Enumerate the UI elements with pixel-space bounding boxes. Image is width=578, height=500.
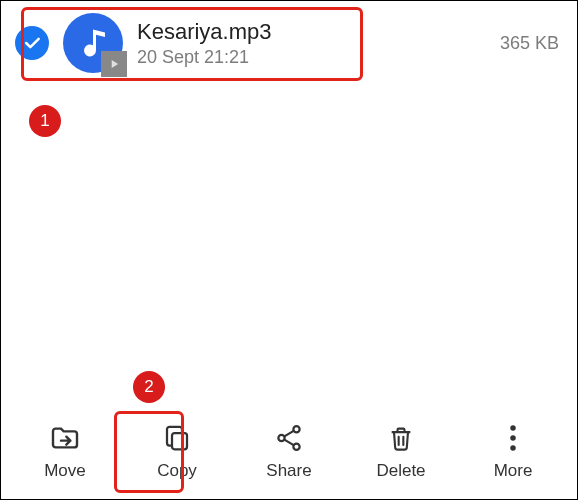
move-folder-icon: [49, 421, 81, 455]
copy-label: Copy: [157, 461, 197, 481]
svg-point-3: [293, 444, 299, 450]
file-row[interactable]: Kesariya.mp3 20 Sept 21:21 365 KB: [1, 1, 577, 85]
share-icon: [274, 421, 304, 455]
svg-point-4: [510, 425, 516, 431]
copy-button[interactable]: Copy: [132, 421, 222, 481]
move-label: Move: [44, 461, 86, 481]
svg-point-2: [278, 435, 284, 441]
share-label: Share: [266, 461, 311, 481]
svg-point-6: [510, 445, 516, 451]
delete-button[interactable]: Delete: [356, 421, 446, 481]
file-info: Kesariya.mp3 20 Sept 21:21: [137, 19, 486, 68]
move-button[interactable]: Move: [20, 421, 110, 481]
file-date: 20 Sept 21:21: [137, 47, 486, 68]
selected-check-icon[interactable]: [15, 26, 49, 60]
delete-label: Delete: [376, 461, 425, 481]
share-button[interactable]: Share: [244, 421, 334, 481]
trash-icon: [387, 421, 415, 455]
svg-rect-0: [172, 433, 187, 449]
svg-point-5: [510, 435, 516, 441]
file-size: 365 KB: [500, 33, 563, 54]
more-label: More: [494, 461, 533, 481]
bottom-action-bar: Move Copy Share Delete: [1, 409, 577, 499]
more-button[interactable]: More: [468, 421, 558, 481]
copy-icon: [162, 421, 192, 455]
play-badge-icon: [101, 51, 127, 77]
svg-point-1: [293, 426, 299, 432]
file-name: Kesariya.mp3: [137, 19, 486, 45]
annotation-callout-2: 2: [133, 371, 165, 403]
more-dots-icon: [509, 421, 517, 455]
annotation-callout-1: 1: [29, 105, 61, 137]
music-file-icon: [63, 13, 123, 73]
